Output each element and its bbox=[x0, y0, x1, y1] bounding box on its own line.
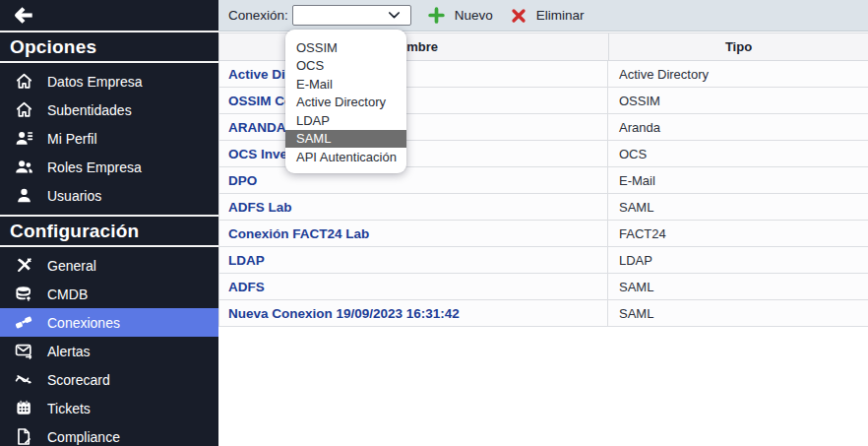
table-row[interactable]: ADFS SAML bbox=[218, 274, 868, 300]
mail-arrow-icon bbox=[13, 342, 34, 360]
people-icon bbox=[13, 158, 34, 176]
home-icon bbox=[13, 100, 34, 119]
sidebar-item-tickets[interactable]: Tickets bbox=[0, 394, 218, 422]
chevron-down-icon bbox=[384, 8, 405, 23]
dropdown-option[interactable]: SAML bbox=[285, 130, 406, 149]
sidebar-item-mi-perfil[interactable]: Mi Perfil bbox=[0, 124, 218, 153]
plus-icon bbox=[426, 7, 448, 24]
row-tipo-value: SAML bbox=[608, 274, 868, 299]
row-tipo-value: SAML bbox=[608, 300, 868, 326]
sidebar-item-label: Scorecard bbox=[47, 372, 110, 388]
sidebar-item-label: Alertas bbox=[47, 344, 91, 359]
sidebar-item-label: CMDB bbox=[47, 287, 88, 302]
sidebar-item-label: Tickets bbox=[47, 401, 91, 416]
column-header-nombre: Nombre bbox=[219, 33, 609, 60]
sidebar-item-subentidades[interactable]: Subentidades bbox=[0, 96, 218, 124]
toolbar: Conexión: Nuevo Eliminar bbox=[218, 0, 868, 32]
row-tipo-value: OSSIM bbox=[608, 88, 868, 113]
sidebar-section-title: Opciones bbox=[0, 32, 218, 63]
column-header-tipo: Tipo bbox=[609, 33, 868, 60]
person-icon bbox=[13, 186, 34, 205]
row-tipo-value: Active Directory bbox=[608, 61, 868, 87]
sidebar-item-usuarios[interactable]: Usuarios bbox=[0, 181, 218, 210]
dropdown-option[interactable]: OCS bbox=[285, 57, 406, 76]
sidebar-item-general[interactable]: General bbox=[0, 251, 218, 280]
row-name-link[interactable]: ARANDA SC bbox=[218, 114, 608, 140]
document-icon bbox=[13, 427, 34, 446]
sidebar-item-compliance[interactable]: Compliance bbox=[0, 422, 218, 446]
row-name-link[interactable]: DPO bbox=[218, 167, 608, 193]
sidebar-item-label: General bbox=[47, 258, 96, 274]
row-name-link[interactable]: LDAP bbox=[218, 247, 608, 273]
calendar-icon bbox=[13, 399, 34, 417]
home-icon bbox=[13, 72, 34, 91]
row-name-link[interactable]: Nueva Conexion 19/09/2023 16:31:42 bbox=[218, 300, 608, 326]
dropdown-option[interactable]: E-Mail bbox=[285, 75, 406, 94]
row-tipo-value: Aranda bbox=[608, 114, 868, 140]
row-name-link[interactable]: ADFS bbox=[218, 274, 608, 299]
row-tipo-value: E-Mail bbox=[608, 167, 868, 193]
back-button[interactable] bbox=[13, 4, 34, 27]
nuevo-button[interactable]: Nuevo bbox=[426, 7, 493, 24]
plug-icon bbox=[13, 313, 34, 332]
trend-icon bbox=[13, 370, 34, 389]
table-row[interactable]: ADFS Lab SAML bbox=[218, 194, 868, 221]
row-name-link[interactable]: OSSIM Con bbox=[218, 88, 608, 113]
sidebar-item-label: Roles Empresa bbox=[47, 159, 142, 175]
row-tipo-value: SAML bbox=[608, 194, 868, 220]
sidebar-item-label: Subentidades bbox=[47, 102, 132, 118]
sidebar-item-alertas[interactable]: Alertas bbox=[0, 337, 218, 365]
sidebar-item-label: Datos Empresa bbox=[47, 74, 142, 90]
row-tipo-value: OCS bbox=[608, 141, 868, 166]
sidebar-item-scorecard[interactable]: Scorecard bbox=[0, 365, 218, 394]
nuevo-button-label: Nuevo bbox=[455, 8, 493, 23]
sidebar-item-conexiones[interactable]: Conexiones bbox=[0, 308, 218, 337]
sidebar-item-cmdb[interactable]: CMDB bbox=[0, 280, 218, 308]
connection-type-dropdown: OSSIM OCS E-Mail Active Directory LDAP S… bbox=[285, 30, 406, 173]
sidebar-item-label: Mi Perfil bbox=[47, 131, 97, 147]
database-icon bbox=[13, 285, 34, 303]
sidebar-item-label: Compliance bbox=[47, 429, 120, 445]
dropdown-option[interactable]: LDAP bbox=[285, 111, 406, 130]
x-icon bbox=[508, 8, 529, 24]
arrow-left-icon bbox=[13, 4, 34, 27]
sidebar-header bbox=[0, 0, 218, 32]
table-row[interactable]: Conexión FACT24 Lab FACT24 bbox=[218, 221, 868, 247]
sidebar-item-datos-empresa[interactable]: Datos Empresa bbox=[0, 67, 218, 96]
person-list-icon bbox=[13, 129, 34, 148]
sidebar-item-label: Conexiones bbox=[47, 315, 120, 331]
row-tipo-value: FACT24 bbox=[608, 221, 868, 246]
row-tipo-value: LDAP bbox=[608, 247, 868, 273]
dropdown-option[interactable]: Active Directory bbox=[285, 94, 406, 112]
connection-select[interactable] bbox=[292, 5, 411, 26]
table-row[interactable]: LDAP LDAP bbox=[218, 247, 868, 274]
tools-icon bbox=[13, 256, 34, 275]
sidebar-section-title: Configuración bbox=[0, 217, 218, 247]
sidebar-item-roles-empresa[interactable]: Roles Empresa bbox=[0, 153, 218, 181]
sidebar-item-label: Usuarios bbox=[47, 188, 101, 204]
row-name-link[interactable]: Conexión FACT24 Lab bbox=[218, 221, 608, 246]
dropdown-option[interactable]: OSSIM bbox=[285, 38, 406, 57]
dropdown-option[interactable]: API Autenticación bbox=[285, 148, 406, 166]
sidebar: Opciones Datos Empresa Subentidades Mi P… bbox=[0, 0, 218, 446]
eliminar-button[interactable]: Eliminar bbox=[508, 8, 585, 24]
table-row[interactable]: Nueva Conexion 19/09/2023 16:31:42 SAML bbox=[218, 300, 868, 327]
row-name-link[interactable]: OCS Invent bbox=[218, 141, 608, 166]
connection-select-label: Conexión: bbox=[228, 8, 288, 23]
eliminar-button-label: Eliminar bbox=[536, 8, 585, 23]
row-name-link[interactable]: ADFS Lab bbox=[218, 194, 608, 220]
row-name-link[interactable]: Active Dire bbox=[218, 61, 608, 87]
